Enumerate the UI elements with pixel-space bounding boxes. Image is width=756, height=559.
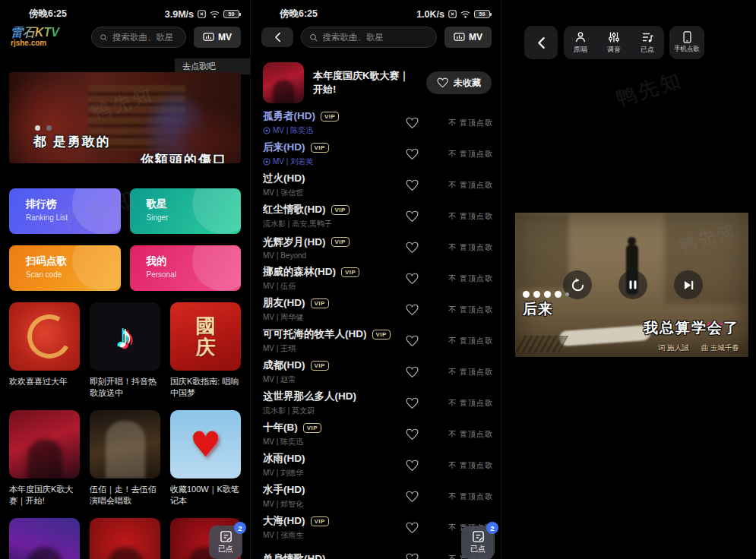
pin-and-order-actions[interactable]: 不 置顶点歌 <box>437 273 493 284</box>
favorite-heart-icon[interactable] <box>406 242 419 254</box>
pin-and-order-actions[interactable]: 不 置顶点歌 <box>437 149 493 159</box>
category-card[interactable]: 扫码点歌 Scan code <box>9 245 121 291</box>
tune-label: 调音 <box>607 45 621 55</box>
promo-tile[interactable] <box>9 518 80 559</box>
pin-and-order-actions[interactable]: 不 置顶点歌 <box>437 336 493 346</box>
song-row[interactable]: 后来(HD) VIP MV | 刘若英 不 置顶点歌 <box>263 138 493 169</box>
logo-domain: rjshe.com <box>11 39 84 48</box>
search-input[interactable] <box>112 33 178 42</box>
pin-and-order-actions[interactable]: 不 置顶点歌 <box>437 118 493 128</box>
ordered-button-label: 已点 <box>218 544 233 554</box>
pin-and-order-actions[interactable]: 不 置顶点歌 <box>437 491 493 502</box>
banner-lyric-line1: 都 是勇敢的 <box>33 133 111 150</box>
favorite-heart-icon[interactable] <box>406 366 419 378</box>
pin-and-order-actions[interactable]: 不 置顶点歌 <box>437 429 493 440</box>
ordered-songs-button[interactable]: 2 已点 <box>461 526 495 559</box>
song-row[interactable]: 红尘情歌(HD) VIP 流水影 | 高安,黑鸭子 不 置顶点歌 <box>263 201 493 232</box>
song-row[interactable]: 挪威的森林(HD) VIP MV | 伍佰 不 置顶点歌 <box>263 263 493 294</box>
lyric-countdown-dots <box>523 291 569 298</box>
favorite-heart-icon[interactable] <box>406 179 419 191</box>
pin-and-order-actions[interactable]: 不 置顶点歌 <box>437 180 493 191</box>
song-row[interactable]: 光辉岁月(HD) VIP MV | Beyond 不 置顶点歌 <box>263 232 493 263</box>
phone-order-label: 手机点歌 <box>674 45 700 54</box>
song-row[interactable]: 冰雨(HD) MV | 刘德华 不 置顶点歌 <box>263 450 493 481</box>
back-button[interactable] <box>261 27 293 47</box>
mv-button[interactable]: MV <box>194 27 241 48</box>
song-row[interactable]: 大海(HD) VIP MV | 张雨生 不 置顶点歌 <box>263 512 493 543</box>
mv-screen-icon <box>454 33 465 43</box>
promo-tile[interactable]: 國庆 国庆K歌指南: 唱响中国梦 <box>170 302 241 410</box>
home-panel: 傍晚6:25 3.9M/s 59 雷石KTV rjshe.com MV 去点 <box>0 0 251 559</box>
favorite-heart-icon[interactable] <box>406 553 419 559</box>
category-card[interactable]: 歌星 Singer <box>130 188 242 234</box>
category-card[interactable]: 排行榜 Ranking List <box>9 188 121 234</box>
mv-video-player[interactable]: 后来 我总算学会了 词 施人誠 曲 玉城千春 鸭先知 <box>515 213 748 357</box>
song-row[interactable]: 孤勇者(HD) VIP MV | 陈奕迅 不 置顶点歌 <box>263 107 493 138</box>
favorite-heart-icon[interactable] <box>406 522 419 534</box>
pin-and-order-actions[interactable]: 不 置顶点歌 <box>437 460 493 471</box>
favorite-heart-icon[interactable] <box>406 335 419 347</box>
pause-button[interactable] <box>618 270 647 299</box>
mv-screen-icon <box>203 33 214 43</box>
favorite-heart-icon[interactable] <box>406 397 419 409</box>
mv-button[interactable]: MV <box>444 27 492 48</box>
pin-and-order-actions[interactable]: 不 置顶点歌 <box>437 211 493 222</box>
song-title: 挪威的森林(HD) <box>263 265 336 279</box>
back-button[interactable] <box>524 26 558 59</box>
card-title: 排行榜 <box>26 197 121 211</box>
song-row[interactable]: 过火(HD) MV | 张信哲 不 置顶点歌 <box>263 169 493 201</box>
promo-tile-image: ♪ <box>90 302 160 371</box>
song-row[interactable]: 单身情歌(HD) 不 置顶点歌 <box>263 543 493 559</box>
promo-tile[interactable]: 本年度国庆K歌大赛｜开始! <box>9 410 80 518</box>
playlist-cover <box>263 62 304 103</box>
song-row[interactable]: 水手(HD) MV | 郑智化 不 置顶点歌 <box>263 481 493 512</box>
ordered-queue-button[interactable]: 已点 <box>631 26 664 59</box>
promo-tile[interactable]: ♪ 即刻开唱！抖音热歌放送中 <box>90 302 160 410</box>
favorite-heart-icon[interactable] <box>406 273 419 285</box>
song-subtitle: MV | 赵雷 <box>263 374 406 385</box>
original-vocal-button[interactable]: 原唱 <box>564 26 597 59</box>
playing-indicator-icon <box>263 158 270 166</box>
favorite-heart-icon[interactable] <box>406 304 419 316</box>
song-credits: 词 施人誠 曲 玉城千春 <box>658 343 739 353</box>
pin-and-order-actions[interactable]: 不 置顶点歌 <box>437 367 493 377</box>
phone-order-button[interactable]: 手机点歌 <box>669 26 704 59</box>
promo-tile[interactable] <box>90 518 160 559</box>
song-row[interactable]: 这世界那么多人(HD) 流水影 | 莫文蔚 不 置顶点歌 <box>263 387 493 418</box>
favorite-heart-icon[interactable] <box>406 210 419 223</box>
next-song-button[interactable] <box>674 270 703 299</box>
replay-icon <box>571 278 585 292</box>
song-title: 冰雨(HD) <box>263 452 305 466</box>
song-row[interactable]: 朋友(HD) VIP MV | 周华健 不 置顶点歌 <box>263 294 493 325</box>
back-chevron-icon <box>274 32 281 43</box>
favorite-heart-icon[interactable] <box>406 428 419 441</box>
promo-tile-caption: 国庆K歌指南: 唱响中国梦 <box>170 371 241 410</box>
search-bar[interactable] <box>91 27 186 48</box>
song-row[interactable]: 十年(B) VIP MV | 陈奕迅 不 置顶点歌 <box>263 418 493 450</box>
favorite-heart-icon[interactable] <box>406 460 419 472</box>
pin-and-order-actions[interactable]: 不 置顶点歌 <box>437 398 493 409</box>
promo-tile[interactable]: 欢欢喜喜过大年 <box>9 302 80 410</box>
tune-button[interactable]: 调音 <box>597 26 631 59</box>
favorite-playlist-button[interactable]: 未收藏 <box>426 71 492 94</box>
search-bar[interactable] <box>301 27 437 48</box>
promo-tile[interactable]: ♥ 收藏100W｜K歌笔记本 <box>170 410 241 518</box>
song-row[interactable]: 可可托海的牧羊人(HD) VIP MV | 王琪 不 置顶点歌 <box>263 325 493 356</box>
search-input[interactable] <box>323 33 429 42</box>
song-row[interactable]: 成都(HD) VIP MV | 赵雷 不 置顶点歌 <box>263 356 493 387</box>
mv-banner[interactable]: 都 是勇敢的 你額頭的傷口 <box>9 72 241 163</box>
favorite-heart-icon[interactable] <box>406 148 419 160</box>
pin-and-order-actions[interactable]: 不 置顶点歌 <box>437 305 493 315</box>
favorite-heart-icon[interactable] <box>406 117 419 129</box>
player-toolbar: 原唱 调音 已点 <box>564 26 664 59</box>
ordered-songs-button[interactable]: 2 已点 <box>209 526 242 559</box>
app-logo[interactable]: 雷石KTV rjshe.com <box>11 27 84 47</box>
vip-badge: VIP <box>341 267 359 277</box>
network-speed: 3.9M/s <box>165 9 194 20</box>
pin-and-order-actions[interactable]: 不 置顶点歌 <box>437 242 493 253</box>
current-song-title: 后来 <box>523 299 553 319</box>
promo-tile[interactable]: 伍佰｜走！去伍佰演唱会唱歌 <box>90 410 160 518</box>
original-vocal-label: 原唱 <box>574 45 587 55</box>
category-card[interactable]: 我的 Personal <box>130 245 242 291</box>
favorite-heart-icon[interactable] <box>406 491 419 503</box>
